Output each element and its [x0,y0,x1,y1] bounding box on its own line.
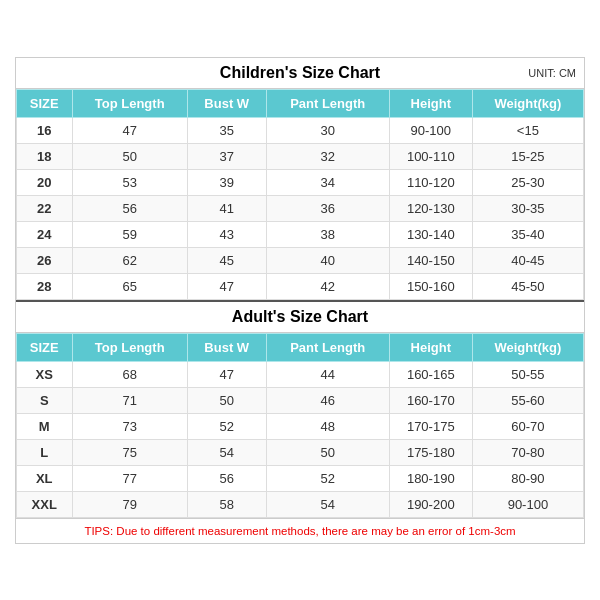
children-title: Children's Size Chart [220,64,380,82]
table-cell: 25-30 [472,169,583,195]
table-cell: 52 [266,465,389,491]
table-cell: 43 [187,221,266,247]
table-cell: 190-200 [389,491,472,517]
table-cell: 16 [17,117,73,143]
col-height: Height [389,89,472,117]
col-top-length: Top Length [72,89,187,117]
table-cell: 18 [17,143,73,169]
table-cell: 50 [266,439,389,465]
table-cell: 110-120 [389,169,472,195]
table-cell: 45-50 [472,273,583,299]
col-weight: Weight(kg) [472,89,583,117]
children-header-row: SIZE Top Length Bust W Pant Length Heigh… [17,89,584,117]
table-cell: 20 [17,169,73,195]
children-title-row: Children's Size Chart UNIT: CM [16,58,584,89]
table-cell: 59 [72,221,187,247]
table-cell: 170-175 [389,413,472,439]
col-size: SIZE [17,89,73,117]
table-cell: <15 [472,117,583,143]
table-cell: 56 [72,195,187,221]
table-cell: S [17,387,73,413]
table-cell: 60-70 [472,413,583,439]
table-row: 18503732100-11015-25 [17,143,584,169]
adult-col-size: SIZE [17,333,73,361]
table-cell: 36 [266,195,389,221]
unit-label: UNIT: CM [528,67,576,79]
table-cell: 45 [187,247,266,273]
table-cell: XS [17,361,73,387]
table-cell: L [17,439,73,465]
table-cell: 48 [266,413,389,439]
table-cell: 50 [72,143,187,169]
table-cell: M [17,413,73,439]
table-cell: 80-90 [472,465,583,491]
table-cell: 140-150 [389,247,472,273]
adult-col-pant-length: Pant Length [266,333,389,361]
table-row: S715046160-17055-60 [17,387,584,413]
table-cell: 90-100 [389,117,472,143]
table-cell: 54 [266,491,389,517]
table-row: L755450175-18070-80 [17,439,584,465]
table-cell: 15-25 [472,143,583,169]
table-cell: 160-165 [389,361,472,387]
table-cell: 52 [187,413,266,439]
table-cell: 37 [187,143,266,169]
table-cell: 28 [17,273,73,299]
tips-text: TIPS: Due to different measurement metho… [84,525,515,537]
table-row: 22564136120-13030-35 [17,195,584,221]
table-cell: 22 [17,195,73,221]
table-cell: 71 [72,387,187,413]
table-cell: 46 [266,387,389,413]
table-row: 20533934110-12025-30 [17,169,584,195]
children-table: SIZE Top Length Bust W Pant Length Heigh… [16,89,584,300]
size-chart-container: Children's Size Chart UNIT: CM SIZE Top … [15,57,585,544]
table-cell: 42 [266,273,389,299]
table-cell: 34 [266,169,389,195]
adult-header-row: SIZE Top Length Bust W Pant Length Heigh… [17,333,584,361]
table-cell: 53 [72,169,187,195]
table-cell: 75 [72,439,187,465]
table-row: 28654742150-16045-50 [17,273,584,299]
table-row: 1647353090-100<15 [17,117,584,143]
table-cell: 68 [72,361,187,387]
table-cell: 70-80 [472,439,583,465]
table-cell: 55-60 [472,387,583,413]
adult-table: SIZE Top Length Bust W Pant Length Heigh… [16,333,584,518]
adult-col-height: Height [389,333,472,361]
col-bust-w: Bust W [187,89,266,117]
table-cell: 54 [187,439,266,465]
table-cell: 35 [187,117,266,143]
table-cell: 130-140 [389,221,472,247]
adult-col-weight: Weight(kg) [472,333,583,361]
table-cell: 180-190 [389,465,472,491]
table-cell: 47 [187,361,266,387]
table-cell: 35-40 [472,221,583,247]
adult-col-bust-w: Bust W [187,333,266,361]
table-cell: 58 [187,491,266,517]
table-cell: 120-130 [389,195,472,221]
table-cell: 40 [266,247,389,273]
adult-title-row: Adult's Size Chart [16,300,584,333]
table-cell: XL [17,465,73,491]
table-cell: 62 [72,247,187,273]
table-cell: 41 [187,195,266,221]
table-row: XXL795854190-20090-100 [17,491,584,517]
table-row: M735248170-17560-70 [17,413,584,439]
table-cell: 90-100 [472,491,583,517]
table-cell: 50-55 [472,361,583,387]
table-cell: 24 [17,221,73,247]
col-pant-length: Pant Length [266,89,389,117]
table-cell: 79 [72,491,187,517]
table-cell: 150-160 [389,273,472,299]
adult-col-top-length: Top Length [72,333,187,361]
table-cell: 44 [266,361,389,387]
table-cell: 32 [266,143,389,169]
table-cell: 39 [187,169,266,195]
table-cell: 56 [187,465,266,491]
table-cell: 175-180 [389,439,472,465]
table-cell: 26 [17,247,73,273]
table-cell: 40-45 [472,247,583,273]
adult-body: XS684744160-16550-55S715046160-17055-60M… [17,361,584,517]
table-cell: 160-170 [389,387,472,413]
table-cell: 30-35 [472,195,583,221]
